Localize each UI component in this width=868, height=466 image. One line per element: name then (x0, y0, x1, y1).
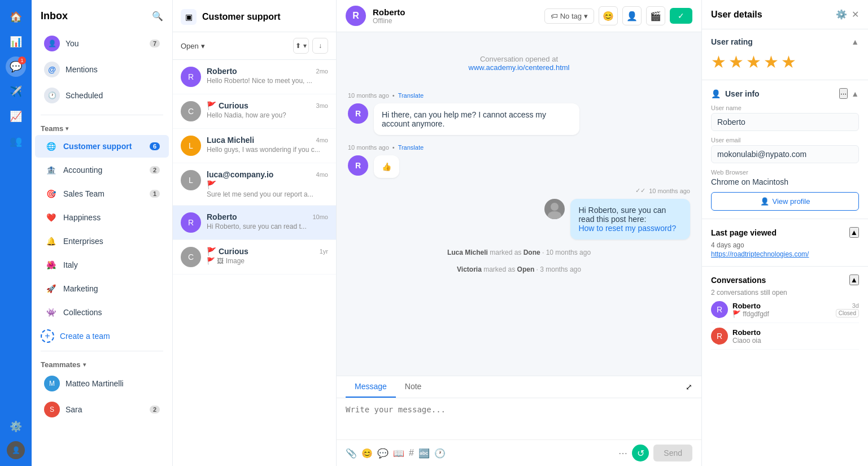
sidebar-item-collections[interactable]: 👾 Collections (35, 301, 169, 324)
icon-settings[interactable]: ⚙️ (6, 416, 26, 437)
conv-time-curious-2: 1yr (320, 248, 328, 255)
msg-time-3: ✓✓ 10 months ago (635, 187, 690, 194)
more-options-icon[interactable]: ⋯ (618, 448, 627, 459)
user-avatar-bottom[interactable]: 👤 (7, 441, 25, 459)
tag-button[interactable]: 🏷 No tag ▾ (544, 8, 594, 24)
user-info-section: 👤 User info ··· ▲ User name Roberto User… (702, 80, 868, 219)
user-rating-collapse-button[interactable]: ▲ (851, 37, 859, 46)
msg-group-1: 10 months ago • Translate R Hi there, ca… (348, 92, 690, 135)
articles-icon[interactable]: 📖 (393, 448, 404, 459)
matteo-label: Matteo Martinelli (66, 379, 160, 388)
emoji-button[interactable]: 😊 (599, 6, 618, 25)
accounting-emoji: 🏦 (44, 163, 58, 177)
web-browser-label: Web Browser (711, 169, 859, 176)
sidebar-item-you[interactable]: 👤 You 7 (35, 31, 169, 56)
sidebar-item-accounting[interactable]: 🏦 Accounting 2 (35, 159, 169, 181)
canned-response-icon[interactable]: 💬 (377, 448, 389, 459)
conv-mini-item-2[interactable]: R Roberto Ciaoo oia (711, 323, 859, 350)
sort-button[interactable]: ⬆ ▾ (293, 38, 309, 54)
opened-url[interactable]: www.academy.io/centered.html (469, 63, 570, 72)
user-email-field: User email mokonulabi@nypato.com (711, 137, 859, 163)
ai-button[interactable]: ↺ (632, 445, 649, 461)
sidebar-item-scheduled[interactable]: 🕐 Scheduled (35, 83, 169, 108)
tag-icon: 🏷 (551, 12, 558, 20)
conv-preview-luca-micheli: Hello guys, I was wondering if you c... (207, 146, 328, 154)
sidebar-item-sales-team[interactable]: 🎯 Sales Team 1 (35, 182, 169, 205)
user-info-collapse-button[interactable]: ▲ (851, 89, 859, 98)
chat-area: R Roberto Offline 🏷 No tag ▾ 😊 👤 🎬 ✓ Con… (337, 0, 701, 466)
video-button[interactable]: 🎬 (646, 6, 665, 25)
create-team-plus-icon: + (41, 329, 54, 343)
message-input[interactable] (337, 398, 701, 438)
sidebar-divider-1 (41, 115, 163, 115)
chat-composer: Message Note ⤢ 📎 😊 💬 📖 # 🔤 🕐 ⋯ ↺ Send (337, 376, 701, 466)
teams-section-header[interactable]: Teams ▾ (32, 119, 172, 135)
teammates-chevron-icon: ▾ (83, 362, 86, 368)
conversations-section: Conversations ▲ 2 conversations still op… (702, 267, 868, 358)
settings-icon-button[interactable]: ⚙️ (836, 9, 847, 20)
conversation-opened-notice: Conversation opened at www.academy.io/ce… (348, 43, 690, 83)
user-email-label: User email (711, 137, 859, 143)
icon-dashboard[interactable]: 📊 (6, 32, 26, 52)
view-profile-label: View profile (773, 197, 810, 206)
conv-item-curious-2[interactable]: C 🚩 Curious 1yr 🚩 🖼 Image (173, 240, 336, 275)
hashtag-icon[interactable]: # (409, 448, 414, 458)
attach-icon[interactable]: 📎 (346, 448, 357, 459)
user-info-menu-button[interactable]: ··· (839, 88, 848, 99)
conv-item-curious-1[interactable]: C 🚩 Curious 3mo Hello Nadia, how are you… (173, 94, 336, 129)
sidebar-item-italy[interactable]: 🌺 Italy (35, 254, 169, 276)
filter-down-button[interactable]: ↓ (312, 38, 328, 54)
conv-item-luca-company[interactable]: L luca@company.io 4mo 🚩 Sure let me send… (173, 163, 336, 206)
enterprises-label: Enterprises (63, 237, 160, 246)
status-time-1: · (542, 249, 546, 256)
icon-reports[interactable]: 📈 (6, 106, 26, 127)
translate-link-2[interactable]: Translate (398, 144, 424, 151)
icon-contacts[interactable]: 👥 (6, 131, 26, 151)
sidebar-item-sara[interactable]: S Sara 2 (35, 397, 169, 422)
conv-name-roberto-1: Roberto (207, 67, 237, 76)
sidebar-item-enterprises[interactable]: 🔔 Enterprises (35, 230, 169, 252)
sidebar-item-happiness[interactable]: ❤️ Happiness (35, 206, 169, 229)
customer-support-label: Customer support (63, 142, 150, 151)
conv-item-roberto-1[interactable]: R Roberto 2mo Hello Roberto! Nice to mee… (173, 60, 336, 94)
timer-icon[interactable]: 🕐 (434, 448, 446, 459)
reset-password-link[interactable]: How to reset my password? (578, 224, 676, 233)
sidebar-search-button[interactable]: 🔍 (152, 11, 163, 21)
italy-label: Italy (63, 260, 160, 269)
conv-mini-item-1[interactable]: R Roberto 🚩 ffdgdfgdf 3d Closed (711, 297, 859, 323)
send-button[interactable]: Send (653, 445, 692, 461)
close-button[interactable]: ✕ (852, 9, 859, 20)
user-profile-button[interactable]: 👤 (622, 6, 642, 25)
last-page-label: Last page viewed (711, 228, 777, 237)
status-actor-1: Luca Micheli (447, 249, 488, 256)
resolve-button[interactable]: ✓ (670, 8, 692, 24)
tab-message[interactable]: Message (346, 376, 396, 398)
create-team-item[interactable]: + Create a team (32, 325, 172, 347)
view-profile-button[interactable]: 👤 View profile (711, 192, 859, 211)
conversations-collapse-button[interactable]: ▲ (849, 275, 859, 285)
sidebar-item-matteo[interactable]: M Matteo Martinelli (35, 371, 169, 396)
sidebar-item-mentions[interactable]: @ Mentions (35, 57, 169, 82)
msg-time-1: 10 months ago • Translate (348, 92, 690, 99)
happiness-label: Happiness (63, 213, 160, 222)
conv-item-luca-micheli[interactable]: L Luca Micheli 4mo Hello guys, I was won… (173, 129, 336, 163)
teammates-section-header[interactable]: Teammates ▾ (32, 355, 172, 371)
icon-send[interactable]: ✈️ (6, 81, 26, 102)
translate-icon[interactable]: 🔤 (418, 448, 430, 459)
tab-note[interactable]: Note (396, 376, 431, 398)
last-page-url[interactable]: https://roadtriptechnologies.com/ (711, 250, 809, 258)
tag-label: No tag (560, 12, 582, 20)
conv-content-roberto-1: Roberto 2mo Hello Roberto! Nice to meet … (207, 67, 328, 85)
sidebar-item-customer-support[interactable]: 🌐 Customer support 6 (35, 135, 169, 158)
icon-home[interactable]: 🏠 (6, 7, 26, 27)
conv-item-roberto-2[interactable]: R Roberto 10mo Hi Roberto, sure you can … (173, 206, 336, 240)
composer-expand-icon[interactable]: ⤢ (686, 376, 692, 398)
conv-mini-time-1: 3d (836, 302, 859, 309)
filter-open-dropdown[interactable]: Open ▾ (181, 42, 205, 50)
translate-link-1[interactable]: Translate (398, 92, 424, 99)
emoji-picker-icon[interactable]: 😊 (361, 448, 373, 459)
last-page-collapse-button[interactable]: ▲ (849, 227, 859, 238)
sales-team-label: Sales Team (63, 189, 150, 198)
sidebar-item-marketing[interactable]: 🚀 Marketing (35, 277, 169, 300)
icon-chat[interactable]: 💬 1 (6, 56, 26, 77)
